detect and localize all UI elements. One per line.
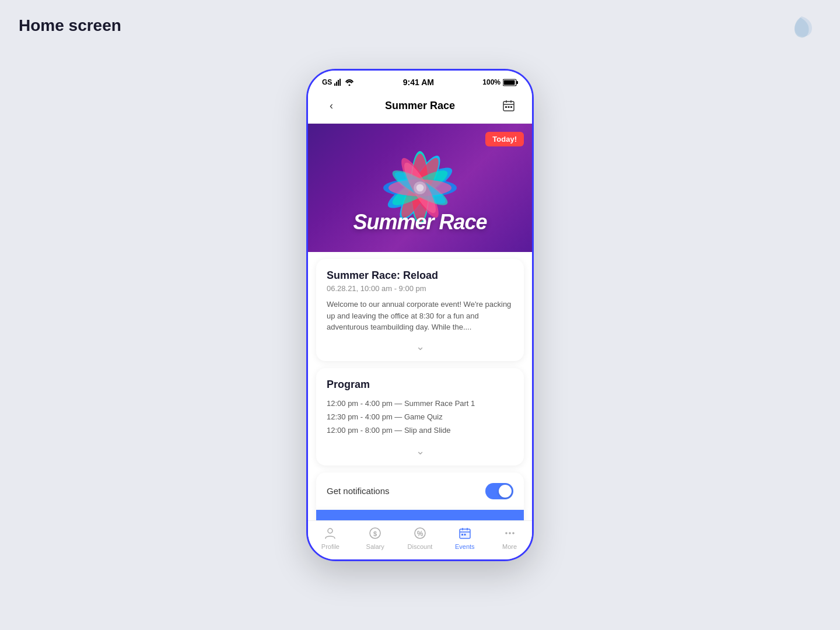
svg-text:$: $	[373, 530, 377, 537]
program-card: Program 12:00 pm - 4:00 pm — Summer Race…	[316, 368, 524, 466]
notifications-row: Get notifications	[316, 473, 524, 510]
content-area: Summer Race Today! Summer Race: Reload 0…	[308, 124, 532, 520]
svg-point-42	[512, 532, 514, 534]
tab-events-label: Events	[455, 543, 475, 550]
event-card-title: Summer Race: Reload	[327, 270, 513, 282]
svg-point-40	[505, 532, 508, 534]
status-time: 9:41 AM	[403, 78, 434, 87]
tab-discount[interactable]: % Discount	[402, 526, 438, 550]
calendar-button[interactable]	[499, 96, 518, 115]
events-icon	[457, 526, 473, 541]
tab-profile[interactable]: Profile	[313, 526, 348, 550]
notifications-label: Get notifications	[327, 486, 390, 496]
expand-button[interactable]: ⌄	[327, 340, 513, 353]
program-item-3: 12:00 pm - 8:00 pm — Slip and Slide	[327, 424, 513, 437]
svg-point-41	[509, 532, 511, 534]
tab-events[interactable]: Events	[447, 526, 482, 550]
back-button[interactable]: ‹	[322, 96, 341, 115]
hero-event-title: Summer Race	[353, 210, 487, 235]
tab-bar: Profile $ Salary % Discount	[308, 520, 532, 559]
svg-text:%: %	[417, 530, 424, 538]
program-item-1: 12:00 pm - 4:00 pm — Summer Race Part 1	[327, 397, 513, 410]
svg-point-29	[328, 528, 332, 533]
nav-bar: ‹ Summer Race	[308, 90, 532, 124]
program-card-title: Program	[327, 379, 513, 391]
toggle-knob	[499, 485, 512, 498]
svg-rect-12	[505, 106, 507, 108]
svg-rect-14	[510, 106, 512, 108]
svg-rect-6	[516, 81, 518, 84]
phone-frame: GS 9:41 AM 100% ‹ Summer Race	[306, 69, 534, 561]
today-badge: Today!	[485, 132, 524, 146]
tab-more[interactable]: More	[492, 526, 527, 550]
brand-logo	[786, 12, 817, 42]
svg-point-28	[416, 184, 424, 192]
status-bar: GS 9:41 AM 100%	[308, 71, 532, 90]
svg-rect-13	[508, 106, 510, 108]
program-item-2: 12:30 pm - 4:00 pm — Game Quiz	[327, 410, 513, 424]
tab-profile-label: Profile	[321, 543, 340, 550]
profile-icon	[323, 526, 338, 541]
tab-more-label: More	[502, 543, 517, 550]
page-title: Home screen	[19, 16, 121, 35]
program-expand-button[interactable]: ⌄	[327, 444, 513, 457]
event-card-date: 06.28.21, 10:00 am - 9:00 pm	[327, 284, 513, 293]
salary-icon: $	[368, 526, 383, 541]
tab-salary-label: Salary	[366, 543, 384, 550]
svg-rect-7	[504, 80, 515, 85]
status-carrier: GS	[322, 78, 354, 86]
more-icon	[502, 526, 517, 541]
get-ticket-button[interactable]: Get your ticket	[316, 510, 524, 520]
discount-icon: %	[412, 526, 428, 541]
event-info-card: Summer Race: Reload 06.28.21, 10:00 am -…	[316, 259, 524, 361]
program-items: 12:00 pm - 4:00 pm — Summer Race Part 1 …	[327, 397, 513, 438]
hero-image: Summer Race Today!	[308, 124, 532, 252]
svg-rect-0	[334, 83, 335, 86]
svg-rect-3	[340, 79, 341, 86]
svg-rect-38	[461, 534, 463, 536]
event-card-description: Welcome to our annual corporate event! W…	[327, 299, 513, 333]
tab-discount-label: Discount	[408, 543, 433, 550]
notifications-toggle[interactable]	[485, 483, 513, 499]
tab-salary[interactable]: $ Salary	[358, 526, 393, 550]
svg-rect-2	[338, 80, 339, 86]
status-battery: 100%	[482, 78, 518, 86]
svg-rect-1	[336, 82, 337, 86]
svg-rect-39	[464, 534, 466, 536]
screen-title: Summer Race	[385, 100, 455, 112]
svg-point-4	[349, 85, 351, 86]
